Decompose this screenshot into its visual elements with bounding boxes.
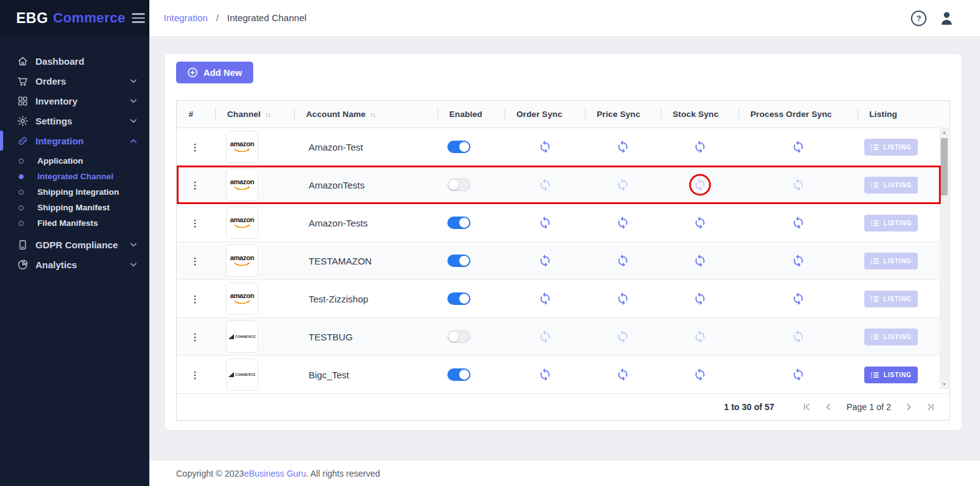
sidebar-item-inventory[interactable]: Inventory (0, 91, 149, 111)
enabled-toggle[interactable] (447, 292, 470, 305)
row-actions-kebab-icon[interactable]: ⋮ (190, 294, 200, 304)
row-actions-kebab-icon[interactable]: ⋮ (190, 180, 200, 190)
enabled-toggle[interactable] (447, 179, 470, 191)
row-actions-kebab-icon[interactable]: ⋮ (190, 332, 200, 342)
copyright-suffix: . All rights reserved (306, 469, 380, 479)
price-sync-icon[interactable] (616, 254, 630, 268)
enabled-toggle[interactable] (447, 330, 470, 343)
table-scrollbar[interactable]: ▲ ▼ (940, 128, 949, 389)
sidebar-item-settings[interactable]: Settings (0, 111, 149, 131)
stock-sync-icon[interactable] (693, 368, 707, 381)
amazon-smile-icon (233, 148, 251, 153)
row-actions-kebab-icon[interactable]: ⋮ (190, 218, 200, 228)
scroll-up-icon[interactable]: ▲ (942, 128, 946, 137)
chevron-down-icon (130, 99, 137, 103)
process-order-sync-icon[interactable] (791, 254, 805, 268)
listing-button[interactable]: LISTING (864, 367, 918, 383)
sidebar-item-integration[interactable]: Integration (0, 131, 149, 151)
sidebar-item-orders[interactable]: Orders (0, 71, 149, 91)
listing-button[interactable]: LISTING (864, 177, 918, 194)
next-page-icon[interactable] (905, 403, 913, 411)
scroll-down-icon[interactable]: ▼ (942, 380, 946, 389)
process-order-sync-icon[interactable] (791, 368, 805, 381)
hamburger-menu-icon[interactable] (132, 13, 145, 23)
sidebar-item-filed-manifests[interactable]: Filed Manifests (0, 215, 149, 231)
stock-sync-icon[interactable] (693, 292, 707, 306)
stock-sync-icon[interactable] (693, 178, 707, 192)
process-order-sync-icon[interactable] (791, 216, 805, 230)
stock-sync-icon[interactable] (693, 330, 707, 343)
user-avatar-icon[interactable] (938, 10, 955, 27)
sidebar-item-application[interactable]: Application (0, 153, 149, 169)
sidebar-item-gdpr-compliance[interactable]: GDPR Compliance (0, 235, 149, 255)
process-order-sync-icon[interactable] (791, 140, 805, 154)
price-sync-icon[interactable] (616, 140, 630, 154)
sidebar-item-shipping-manifest[interactable]: Shipping Manifest (0, 200, 149, 215)
stock-sync-icon[interactable] (693, 140, 707, 154)
breadcrumb-parent-link[interactable]: Integration (164, 12, 208, 23)
price-sync-icon[interactable] (616, 216, 630, 230)
price-sync-icon[interactable] (616, 330, 630, 343)
process-order-sync-icon[interactable] (791, 178, 805, 192)
document-icon (17, 239, 29, 251)
account-name: TESTAMAZON (309, 256, 371, 266)
row-actions-kebab-icon[interactable]: ⋮ (190, 256, 200, 266)
process-order-sync-icon[interactable] (791, 292, 805, 306)
first-page-icon[interactable] (803, 403, 811, 411)
process-order-sync-icon[interactable] (791, 330, 805, 343)
listing-button[interactable]: LISTING (864, 139, 918, 156)
order-sync-icon[interactable] (538, 216, 552, 230)
order-sync-icon[interactable] (538, 178, 552, 192)
price-sync-icon[interactable] (616, 292, 630, 306)
link-icon (17, 135, 29, 147)
list-icon (870, 144, 879, 151)
listing-button[interactable]: LISTING (864, 215, 918, 231)
scrollbar-thumb[interactable] (941, 138, 948, 195)
stock-sync-icon[interactable] (693, 254, 707, 268)
sidebar-item-dashboard[interactable]: Dashboard (0, 51, 149, 71)
amazon-logo: amazon (226, 169, 258, 201)
table-row: ⋮ amazon Amazon-Test LISTING (177, 128, 950, 166)
list-icon (870, 372, 879, 378)
last-page-icon[interactable] (926, 403, 935, 411)
account-name: Test-Zizzishop (309, 294, 368, 304)
bigcommerce-logo: COMMERCE (226, 358, 258, 391)
stock-sync-icon[interactable] (693, 216, 707, 230)
enabled-toggle[interactable] (447, 368, 470, 381)
enabled-toggle[interactable] (447, 141, 470, 153)
listing-button[interactable]: LISTING (864, 253, 918, 269)
order-sync-icon[interactable] (538, 254, 552, 268)
order-sync-icon[interactable] (538, 292, 552, 306)
sidebar: EBG Commerce Dashboard Orders Inventory … (0, 0, 149, 486)
listing-button[interactable]: LISTING (864, 329, 918, 345)
sidebar-item-integrated-channel[interactable]: Integrated Channel (0, 169, 149, 184)
enabled-toggle[interactable] (447, 217, 470, 229)
sidebar-item-label: Dashboard (35, 56, 84, 67)
active-indicator (0, 131, 3, 151)
column-header-order-sync: Order Sync (505, 101, 585, 128)
sidebar-item-shipping-integration[interactable]: Shipping Integration (0, 184, 149, 200)
page-footer: Copyright © 2023 eBusiness Guru . All ri… (149, 460, 980, 486)
sort-icon[interactable]: ↑↓ (265, 111, 271, 118)
listing-button[interactable]: LISTING (864, 291, 918, 307)
price-sync-icon[interactable] (616, 178, 630, 192)
amazon-smile-icon (233, 186, 251, 191)
order-sync-icon[interactable] (538, 368, 552, 381)
previous-page-icon[interactable] (824, 403, 833, 411)
bullet-icon (19, 205, 24, 210)
sidebar-item-analytics[interactable]: Analytics (0, 255, 149, 274)
add-new-label: Add New (203, 68, 242, 78)
topbar-actions: ? (911, 10, 955, 27)
sort-icon[interactable]: ↑↓ (370, 111, 376, 118)
help-icon[interactable]: ? (911, 11, 926, 26)
row-actions-kebab-icon[interactable]: ⋮ (190, 370, 200, 380)
price-sync-icon[interactable] (616, 368, 630, 381)
add-new-button[interactable]: Add New (176, 62, 253, 83)
order-sync-icon[interactable] (538, 140, 552, 154)
order-sync-icon[interactable] (538, 330, 552, 343)
amazon-smile-icon (233, 224, 251, 229)
sidebar-subitem-label: Filed Manifests (37, 218, 98, 228)
ebusiness-guru-link[interactable]: eBusiness Guru (244, 469, 306, 479)
row-actions-kebab-icon[interactable]: ⋮ (190, 143, 200, 152)
enabled-toggle[interactable] (447, 255, 470, 267)
